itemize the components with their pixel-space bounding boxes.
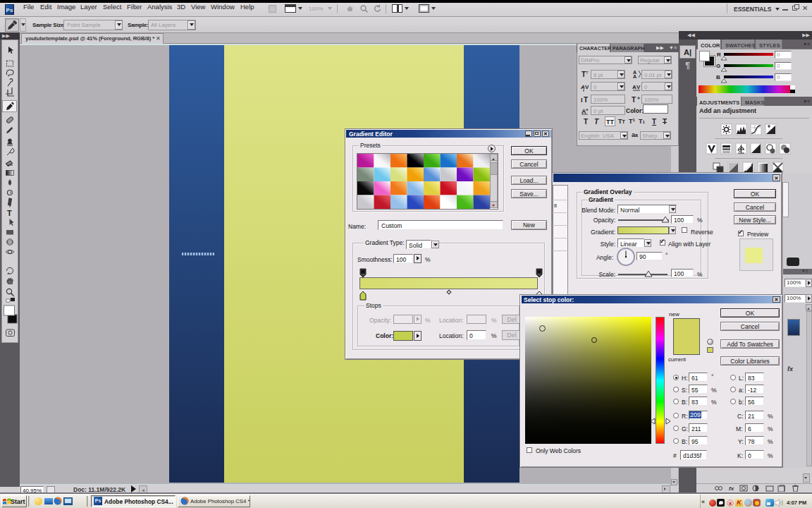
svg-text:V: V bbox=[636, 84, 641, 90]
svg-text:T: T bbox=[632, 96, 636, 104]
svg-text:V: V bbox=[585, 84, 589, 90]
svg-text:T: T bbox=[584, 96, 588, 104]
svg-text:fx: fx bbox=[729, 485, 734, 492]
svg-text:I: I bbox=[581, 97, 583, 104]
svg-text:T: T bbox=[7, 209, 12, 217]
svg-text:T: T bbox=[586, 71, 589, 75]
svg-text:A: A bbox=[580, 84, 585, 90]
svg-text:A: A bbox=[633, 74, 636, 79]
svg-text:a: a bbox=[586, 107, 589, 111]
